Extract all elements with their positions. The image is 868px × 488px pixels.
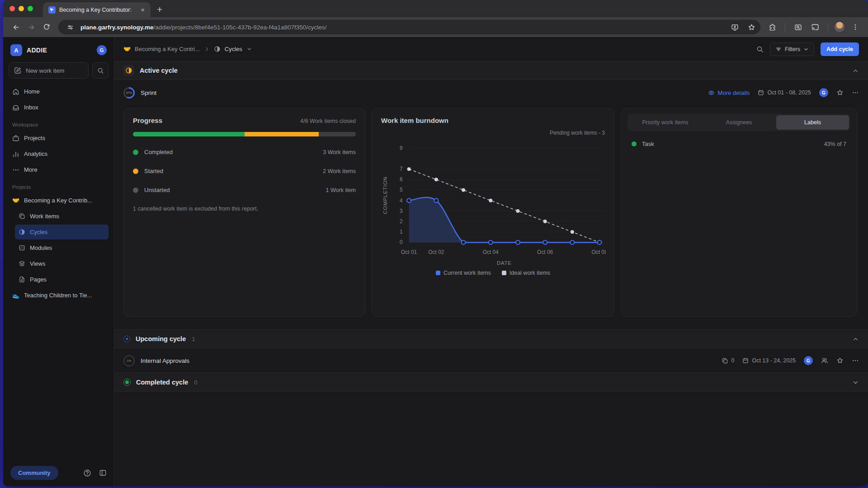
- filters-button[interactable]: Filters: [770, 42, 814, 56]
- sidebar-item-cycles[interactable]: Cycles: [15, 225, 108, 239]
- cycle-menu-button[interactable]: [852, 357, 859, 364]
- eye-icon: [708, 89, 715, 96]
- page-icon: [19, 276, 25, 283]
- stat-label: Unstarted: [144, 187, 170, 193]
- cycle-date-range[interactable]: Oct 01 - 08, 2025: [758, 89, 811, 96]
- unstarted-dot: [133, 188, 138, 193]
- svg-text:Oct 08: Oct 08: [592, 249, 606, 255]
- toggle-sidebar-button[interactable]: [99, 469, 107, 477]
- cycle-member-avatar[interactable]: G: [819, 88, 828, 97]
- date-range-label: Oct 01 - 08, 2025: [767, 89, 811, 96]
- cast-icon[interactable]: [808, 20, 822, 34]
- upcoming-cycle-row[interactable]: 0% Internal Approvals 0 Oct 13 - 24, 202…: [114, 348, 868, 373]
- user-avatar[interactable]: G: [97, 45, 107, 55]
- collapse-section-button[interactable]: [852, 67, 859, 74]
- label-value: 43% of 7: [824, 141, 846, 147]
- svg-text:4: 4: [400, 197, 403, 204]
- briefcase-icon: [12, 135, 19, 142]
- star-icon: [836, 357, 844, 364]
- minimize-window-button[interactable]: [19, 6, 24, 11]
- active-cycle-section-header[interactable]: Active cycle: [114, 61, 868, 80]
- sidebar-item-projects[interactable]: Projects: [9, 131, 108, 145]
- modules-icon: [19, 244, 25, 251]
- cycle-member-avatar[interactable]: G: [804, 356, 813, 365]
- label-name: Task: [642, 141, 654, 147]
- search-button[interactable]: [756, 46, 764, 53]
- sidebar-item-views[interactable]: Views: [15, 256, 108, 271]
- site-settings-icon[interactable]: [64, 21, 76, 33]
- tab-assignees[interactable]: Assignees: [703, 115, 775, 130]
- more-details-button[interactable]: More details: [708, 89, 750, 96]
- search-icon: [756, 46, 764, 53]
- started-dot: [133, 169, 138, 174]
- sidebar-item-home[interactable]: Home: [9, 84, 108, 99]
- new-work-item-label: New work item: [26, 67, 64, 74]
- sidebar-project-teaching-children[interactable]: 👟 Teaching Children to Tie...: [9, 288, 108, 303]
- plane-app: A ADDIE G New work item Home Inbox: [3, 37, 868, 486]
- sidebar-item-label: Work items: [30, 213, 59, 220]
- new-work-item-button[interactable]: New work item: [9, 62, 89, 79]
- bookmark-star-icon[interactable]: [745, 21, 758, 33]
- upcoming-cycle-section-header[interactable]: Upcoming cycle 1: [114, 329, 868, 348]
- active-cycle-icon-chip: [123, 65, 134, 76]
- sidebar-search-button[interactable]: [92, 62, 108, 79]
- sidebar-item-inbox[interactable]: Inbox: [9, 100, 108, 115]
- workspace-switcher[interactable]: A ADDIE G: [9, 43, 108, 62]
- collapse-section-button[interactable]: [852, 336, 859, 343]
- favorite-cycle-button[interactable]: [836, 89, 844, 96]
- project-emoji: 👟: [12, 292, 19, 299]
- sidebar-project-becoming-key-contributor[interactable]: 🤝 Becoming a Key Contrib...: [9, 193, 108, 208]
- cycle-name[interactable]: Sprint: [141, 89, 156, 96]
- chevron-down-icon[interactable]: [246, 46, 252, 52]
- install-app-icon[interactable]: [728, 21, 741, 33]
- community-button[interactable]: Community: [10, 466, 58, 480]
- url-bar[interactable]: plane.garfry.synology.me/addie/projects/…: [58, 20, 760, 34]
- help-button[interactable]: [83, 469, 91, 477]
- cycle-menu-button[interactable]: [852, 89, 859, 96]
- expand-section-button[interactable]: [852, 379, 859, 386]
- add-cycle-button[interactable]: Add cycle: [821, 42, 859, 56]
- projects-section-label: Projects: [9, 178, 108, 193]
- progress-card: Progress 4/6 Work items closed Completed…: [123, 108, 365, 317]
- tab-priority-work-items[interactable]: Priority work items: [629, 115, 702, 130]
- sidebar-item-modules[interactable]: Modules: [15, 240, 108, 255]
- progress-segment-started: [245, 132, 319, 136]
- browser-menu-icon[interactable]: [848, 20, 863, 34]
- svg-text:DATE: DATE: [497, 260, 512, 266]
- cancelled-note: 1 cancelled work item is excluded from t…: [133, 206, 356, 212]
- extensions-icon[interactable]: [765, 20, 779, 34]
- sidebar-item-analytics[interactable]: Analytics: [9, 146, 108, 161]
- search-tabs-icon[interactable]: [791, 20, 805, 34]
- url-path: /addie/projects/8bef4e51-105c-437b-92ea-…: [154, 24, 327, 31]
- legend-swatch: [436, 271, 440, 275]
- svg-text:1: 1: [400, 229, 403, 235]
- sidebar-item-more[interactable]: More: [9, 162, 108, 177]
- sidebar-item-pages[interactable]: Pages: [15, 272, 108, 287]
- tab-close-icon[interactable]: ×: [138, 5, 147, 14]
- assignees-button[interactable]: [821, 357, 828, 364]
- active-cycle-row[interactable]: 57% Sprint More details Oct 01 - 08, 202…: [114, 80, 868, 105]
- completed-cycle-section-header[interactable]: Completed cycle 0: [114, 373, 868, 392]
- work-items-icon: [19, 213, 25, 220]
- breadcrumb-project[interactable]: Becoming a Key Contri...: [135, 46, 200, 52]
- close-window-button[interactable]: [9, 6, 15, 11]
- cycle-name[interactable]: Internal Approvals: [141, 357, 189, 364]
- work-items-icon: [722, 357, 728, 364]
- browser-profile-avatar[interactable]: [834, 21, 845, 33]
- back-button[interactable]: [9, 20, 23, 34]
- filter-icon: [775, 46, 782, 52]
- forward-button[interactable]: [24, 20, 38, 34]
- favorite-cycle-button[interactable]: [836, 357, 844, 364]
- fullscreen-window-button[interactable]: [28, 6, 33, 11]
- calendar-icon: [742, 357, 749, 364]
- layers-icon: [19, 260, 25, 267]
- new-tab-button[interactable]: +: [157, 5, 162, 14]
- active-cycle-cards: Progress 4/6 Work items closed Completed…: [114, 105, 868, 329]
- browser-tab[interactable]: Becoming a Key Contributor: ×: [43, 2, 151, 17]
- panel-icon: [99, 469, 107, 477]
- breadcrumb-page[interactable]: Cycles: [225, 46, 242, 52]
- sidebar-item-work-items[interactable]: Work items: [15, 209, 108, 224]
- tab-labels[interactable]: Labels: [776, 115, 849, 130]
- cycle-date-range[interactable]: Oct 13 - 24, 2025: [742, 357, 796, 364]
- reload-button[interactable]: [39, 20, 54, 34]
